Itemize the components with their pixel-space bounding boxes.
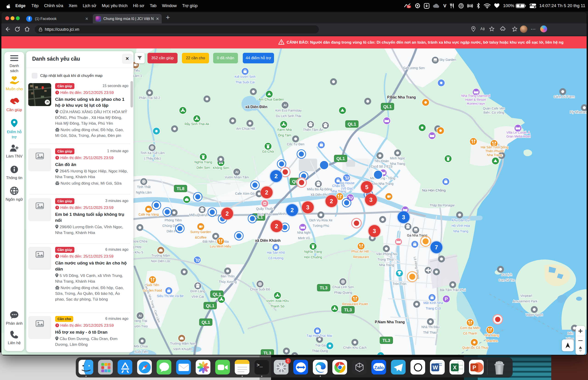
svg-text:Tịnh Thất: Tịnh Thất <box>137 185 151 189</box>
svg-text:Nha Trang: Nha Trang <box>453 229 468 233</box>
svg-text:( Thầy Đắc): ( Thầy Đắc) <box>144 157 161 160</box>
svg-text:Thập Bà Ponagar: Thập Bà Ponagar <box>430 203 455 207</box>
svg-text:(Võ Gia): (Võ Gia) <box>341 187 353 190</box>
svg-text:Nha Trang: Nha Trang <box>487 153 502 157</box>
svg-text:2: 2 <box>265 189 268 196</box>
svg-text:Gran Meliá Hotel: Gran Meliá Hotel <box>506 134 530 138</box>
svg-text:Không Sơn: Không Sơn <box>213 166 229 170</box>
svg-text:Kho Nha Trang: Kho Nha Trang <box>372 182 393 186</box>
svg-text:Sky Garden: Sky Garden <box>439 58 456 61</box>
svg-text:W: W <box>433 364 438 371</box>
svg-text:2: 2 <box>291 207 294 213</box>
svg-text:93: 93 <box>408 6 410 8</box>
svg-text:Nhà Hàng: Nhà Hàng <box>484 333 499 337</box>
svg-text:Trang Cs3: Trang Cs3 <box>426 306 441 310</box>
svg-text:TL3: TL3 <box>320 285 328 290</box>
svg-text:X: X <box>453 364 457 371</box>
svg-text:QL1: QL1 <box>348 122 356 127</box>
svg-text:Mối Chúa: Mối Chúa <box>134 344 148 348</box>
svg-text:Xã Diên Phú: Xã Diên Phú <box>311 193 329 197</box>
svg-text:Bãi Tắm Trần Phú: Bãi Tắm Trần Phú <box>440 288 466 292</box>
svg-text:Hồ Vĩnh Hòa: Hồ Vĩnh Hòa <box>451 224 470 228</box>
svg-text:Fly Nhatrang: Fly Nhatrang <box>570 110 587 114</box>
svg-text:Vành Khuyên: Vành Khuyên <box>173 347 193 351</box>
svg-text:Suối Tiên: Suối Tiên <box>135 350 148 354</box>
svg-text:Tạp Hoá Trúc Mai: Tạp Hoá Trúc Mai <box>306 334 332 338</box>
svg-text:Phòng Tiêm: Phòng Tiêm <box>165 218 182 222</box>
svg-text:Cơm Ba Miền: Cơm Ba Miền <box>460 326 480 330</box>
svg-text:Mắt Kính Nha: Mắt Kính Nha <box>423 301 443 305</box>
svg-text:&Coffee: &Coffee <box>195 236 207 239</box>
svg-text:Tiểu Đoàn: Tiểu Đoàn <box>374 159 389 163</box>
svg-text:Villa Le Corail, A: Villa Le Corail, A <box>507 131 530 134</box>
svg-text:Hải Sản Tươi Sống: Hải Sản Tươi Sống <box>481 145 508 149</box>
svg-text:Water Sport: Water Sport <box>526 313 543 317</box>
svg-text:2: 2 <box>330 198 333 204</box>
svg-text:Đất Nền Diên Hòa: Đất Nền Diên Hòa <box>203 240 229 243</box>
svg-text:Cánh Dù Farm: Cánh Dù Farm <box>553 95 575 98</box>
svg-text:Ga Lương Sơn: Ga Lương Sơn <box>403 66 425 70</box>
svg-text:Chiến Khu Cách: Chiến Khu Cách <box>343 346 367 349</box>
svg-text:QL1: QL1 <box>206 303 215 308</box>
svg-text:2: 2 <box>275 223 278 229</box>
svg-text:Farm Nhà: Farm Nhà <box>277 128 292 132</box>
svg-text:Vườn Nhân Tâm: Vườn Nhân Tâm <box>225 175 249 179</box>
svg-text:Non Diên Lộc: Non Diên Lộc <box>151 259 171 263</box>
svg-text:Cafe Hạ Vàng: Cafe Hạ Vàng <box>138 213 159 216</box>
svg-text:Cafe Xóm Gò: Cafe Xóm Gò <box>235 192 255 195</box>
svg-text:Phân Trại Số 2: Phân Trại Số 2 <box>139 96 160 100</box>
svg-text:Thành Sở: Thành Sở <box>270 304 285 308</box>
svg-text:Quầy Thuốc: Quầy Thuốc <box>256 207 274 210</box>
svg-text:QL1: QL1 <box>383 104 392 109</box>
svg-text:Hải Sản Khô: Hải Sản Khô <box>267 251 285 254</box>
svg-text:Du Lịch Sinh Thái: Du Lịch Sinh Thái <box>276 114 301 118</box>
svg-text:Tường Phú: Tường Phú <box>313 224 329 228</box>
svg-text:Dịch Vụ Rửa Xe: Dịch Vụ Rửa Xe <box>309 218 332 222</box>
svg-text:AI: AI <box>283 103 287 107</box>
svg-text:Núi Hòn Chồng: Núi Hòn Chồng <box>422 188 446 192</box>
svg-text:Lưu Minh Hiếu: Lưu Minh Hiếu <box>210 245 231 248</box>
svg-text:Cốc Tư Đen: Cốc Tư Đen <box>287 142 304 146</box>
svg-text:xã Diên Khánh: xã Diên Khánh <box>255 239 280 243</box>
svg-text:Siêu Thị Mẹ Và Bé: Siêu Thị Mẹ Và Bé <box>157 294 184 298</box>
svg-text:Thiên Phước: Thiên Phước <box>485 149 504 153</box>
svg-text:Minh Vũ: Minh Vũ <box>298 236 310 240</box>
svg-text:Cô Thanh: Cô Thanh <box>463 332 477 335</box>
svg-text:Bích Thảo: Bích Thảo <box>257 212 272 216</box>
svg-text:Restaurant Poulet: Restaurant Poulet <box>342 302 368 306</box>
svg-text:Cscđ Số 2-E23: Cscđ Số 2-E23 <box>371 165 392 168</box>
svg-text:3: 3 <box>369 197 372 203</box>
svg-text:Biển, Có Võng: Biển, Có Võng <box>484 111 504 114</box>
svg-text:Vườn Xoài Hữu: Vườn Xoài Hữu <box>266 299 289 303</box>
svg-text:xã Diên Điền: xã Diên Điền <box>245 105 267 109</box>
svg-text:Tinh Xá Tuệ Lâm: Tinh Xá Tuệ Lâm <box>140 151 165 155</box>
svg-text:Diên Sơn: Diên Sơn <box>196 166 210 170</box>
svg-text:3: 3 <box>402 214 405 220</box>
svg-text:Trại Gà: Trại Gà <box>315 343 326 347</box>
svg-text:Thái Suối Cái: Thái Suối Cái <box>235 80 255 84</box>
svg-text:Shantea: Shantea <box>486 339 498 342</box>
svg-text:TL8: TL8 <box>177 186 184 191</box>
svg-text:Am Chúa Hill: Am Chúa Hill <box>236 127 255 131</box>
svg-text:Pháp Quang: Pháp Quang <box>334 291 352 294</box>
svg-text:Bàn Thôn: Bàn Thôn <box>221 274 235 278</box>
svg-text:Thủy Xương: Thủy Xương <box>219 280 236 284</box>
svg-text:7: 7 <box>435 244 438 250</box>
svg-text:3: 3 <box>306 204 309 210</box>
svg-text:Văn Phòng Nx: Văn Phòng Nx <box>376 252 397 256</box>
svg-text:rang Trại: rang Trại <box>134 319 147 323</box>
svg-text:Trường Mầm Non: Trường Mầm Non <box>170 342 196 345</box>
svg-text:AI: AI <box>235 170 238 174</box>
svg-text:Minh Ngọc: Minh Ngọc <box>390 156 405 160</box>
svg-text:ườn Treo: ườn Treo <box>134 324 148 328</box>
svg-text:2: 2 <box>226 210 229 217</box>
svg-text:Đình Làng: Đình Làng <box>190 289 205 293</box>
svg-text:Bến: Bến <box>568 332 573 335</box>
svg-text:Con Sẻ Tre: Con Sẻ Tre <box>499 278 515 282</box>
svg-text:P.Nam Nha Trang: P.Nam Nha Trang <box>375 320 405 324</box>
svg-text:Phuc An Hill -: Phuc An Hill - <box>352 249 371 253</box>
svg-text:P: P <box>445 296 448 302</box>
svg-text:Nghĩa Trang: Nghĩa Trang <box>194 160 212 164</box>
svg-text:Nha Trang: Nha Trang <box>390 162 405 166</box>
svg-text:>_: >_ <box>256 362 263 368</box>
